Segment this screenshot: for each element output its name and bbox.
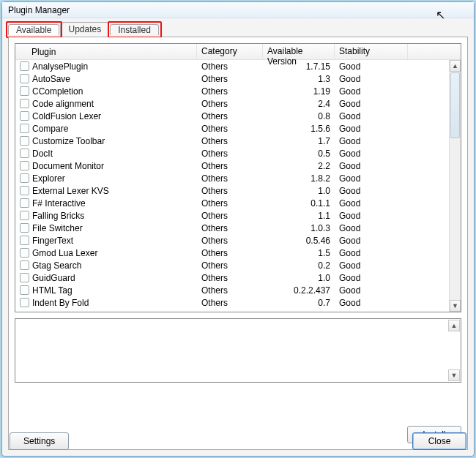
row-checkbox[interactable] — [20, 136, 29, 146]
table-row[interactable]: External Lexer KVSOthers1.0Good — [15, 184, 453, 197]
table-row[interactable]: Document MonitorOthers2.2Good — [15, 159, 453, 172]
plugin-stability: Good — [335, 223, 408, 233]
row-checkbox[interactable] — [20, 173, 29, 183]
row-checkbox[interactable] — [20, 111, 29, 121]
table-row[interactable]: F# InteractiveOthers0.1.1Good — [15, 197, 453, 209]
plugin-list[interactable]: Plugin Category Available Version Stabil… — [15, 43, 461, 312]
plugin-stability: Good — [335, 285, 408, 296]
titlebar[interactable]: Plugin Manager — [2, 2, 474, 18]
plugin-category: Others — [197, 111, 263, 121]
row-checkbox[interactable] — [20, 298, 29, 307]
tab-updates[interactable]: Updates — [60, 22, 109, 37]
row-checkbox[interactable] — [20, 260, 29, 270]
row-checkbox[interactable] — [20, 186, 29, 195]
table-row[interactable]: AutoSaveOthers1.3Good — [15, 72, 453, 85]
table-row[interactable]: DocItOthers0.5Good — [15, 147, 453, 159]
row-checkbox[interactable] — [20, 61, 29, 71]
table-row[interactable]: Customize ToolbarOthers1.7Good — [15, 135, 453, 147]
plugin-version: 1.7.15 — [263, 61, 335, 72]
plugin-version: 1.7 — [263, 136, 335, 146]
row-checkbox[interactable] — [20, 198, 29, 208]
scroll-down-icon[interactable]: ▼ — [450, 300, 461, 312]
table-row[interactable]: ColdFusion LexerOthers0.8Good — [15, 110, 453, 122]
row-checkbox[interactable] — [20, 273, 29, 282]
window-title: Plugin Manager — [8, 5, 70, 15]
table-row[interactable]: CCompletionOthers1.19Good — [15, 85, 453, 97]
plugin-version: 2.2 — [263, 161, 335, 171]
row-checkbox[interactable] — [20, 236, 29, 245]
plugin-name: FingerText — [32, 236, 73, 246]
plugin-stability: Good — [335, 161, 408, 171]
plugin-stability: Good — [335, 198, 408, 209]
plugin-name: File Switcher — [32, 223, 83, 233]
plugin-category: Others — [197, 86, 263, 97]
scroll-thumb[interactable] — [450, 72, 460, 138]
row-checkbox[interactable] — [20, 161, 29, 170]
tab-installed[interactable]: Installed — [110, 24, 159, 35]
table-row[interactable]: Indent By FoldOthers0.7Good — [15, 296, 453, 309]
desc-scroll-down-icon[interactable]: ▼ — [448, 369, 460, 381]
plugin-name: Compare — [32, 124, 68, 134]
plugin-stability: Good — [335, 248, 408, 258]
desc-scroll-up-icon[interactable]: ▲ — [448, 320, 460, 331]
list-header[interactable]: Plugin Category Available Version Stabil… — [15, 44, 461, 60]
plugin-manager-window: Plugin Manager ↖ Available Updates Insta… — [1, 1, 475, 457]
row-checkbox[interactable] — [20, 86, 29, 96]
row-checkbox[interactable] — [20, 248, 29, 258]
plugin-version: 1.5.6 — [263, 124, 335, 134]
plugin-stability: Good — [335, 74, 408, 84]
tab-panel-available: Plugin Category Available Version Stabil… — [8, 37, 468, 450]
table-row[interactable]: Code alignmentOthers2.4Good — [15, 97, 453, 110]
plugin-name: Explorer — [32, 173, 65, 184]
table-row[interactable]: Gmod Lua LexerOthers1.5Good — [15, 247, 453, 259]
plugin-category: Others — [197, 149, 263, 159]
scroll-up-icon[interactable]: ▲ — [450, 60, 461, 72]
plugin-name: HTML Tag — [32, 285, 72, 296]
table-row[interactable]: ExplorerOthers1.8.2Good — [15, 172, 453, 184]
row-checkbox[interactable] — [20, 149, 29, 158]
plugin-stability: Good — [335, 236, 408, 246]
plugin-version: 1.3 — [263, 74, 335, 84]
plugin-stability: Good — [335, 211, 408, 221]
table-row[interactable]: Falling BricksOthers1.1Good — [15, 209, 453, 222]
plugin-category: Others — [197, 173, 263, 184]
plugin-version: 0.2 — [263, 260, 335, 271]
col-header-version[interactable]: Available Version — [263, 44, 335, 59]
col-header-category[interactable]: Category — [197, 44, 263, 59]
plugin-category: Others — [197, 236, 263, 246]
list-body: AnalysePluginOthers1.7.15GoodAutoSaveOth… — [15, 60, 453, 312]
plugin-stability: Good — [335, 99, 408, 109]
plugin-category: Others — [197, 161, 263, 171]
close-button[interactable]: Close — [412, 432, 466, 450]
plugin-stability: Good — [335, 86, 408, 97]
list-scrollbar[interactable]: ▲ ▼ — [449, 60, 461, 312]
table-row[interactable]: CompareOthers1.5.6Good — [15, 122, 453, 135]
row-checkbox[interactable] — [20, 285, 29, 295]
table-row[interactable]: FingerTextOthers0.5.46Good — [15, 234, 453, 247]
plugin-name: ColdFusion Lexer — [32, 111, 101, 121]
row-checkbox[interactable] — [20, 211, 29, 220]
table-row[interactable]: Gtag SearchOthers0.2Good — [15, 259, 453, 271]
row-checkbox[interactable] — [20, 223, 29, 233]
table-row[interactable]: File SwitcherOthers1.0.3Good — [15, 222, 453, 234]
row-checkbox[interactable] — [20, 99, 29, 108]
table-row[interactable]: AnalysePluginOthers1.7.15Good — [15, 60, 453, 72]
plugin-category: Others — [197, 61, 263, 72]
plugin-stability: Good — [335, 273, 408, 283]
row-checkbox[interactable] — [20, 74, 29, 83]
description-box: ▲ ▼ — [15, 318, 461, 383]
plugin-version: 0.5 — [263, 149, 335, 159]
plugin-version: 1.0 — [263, 273, 335, 283]
settings-button[interactable]: Settings — [10, 432, 69, 450]
row-checkbox[interactable] — [20, 124, 29, 133]
plugin-category: Others — [197, 74, 263, 84]
plugin-name: Document Monitor — [32, 161, 104, 171]
table-row[interactable]: HTML TagOthers0.2.2.437Good — [15, 284, 453, 296]
col-header-stability[interactable]: Stability — [335, 44, 408, 59]
plugin-version: 2.4 — [263, 99, 335, 109]
col-header-plugin[interactable]: Plugin — [15, 44, 197, 59]
tab-available[interactable]: Available — [8, 24, 59, 35]
plugin-category: Others — [197, 136, 263, 146]
table-row[interactable]: GuidGuardOthers1.0Good — [15, 271, 453, 284]
plugin-name: Gtag Search — [32, 260, 81, 271]
